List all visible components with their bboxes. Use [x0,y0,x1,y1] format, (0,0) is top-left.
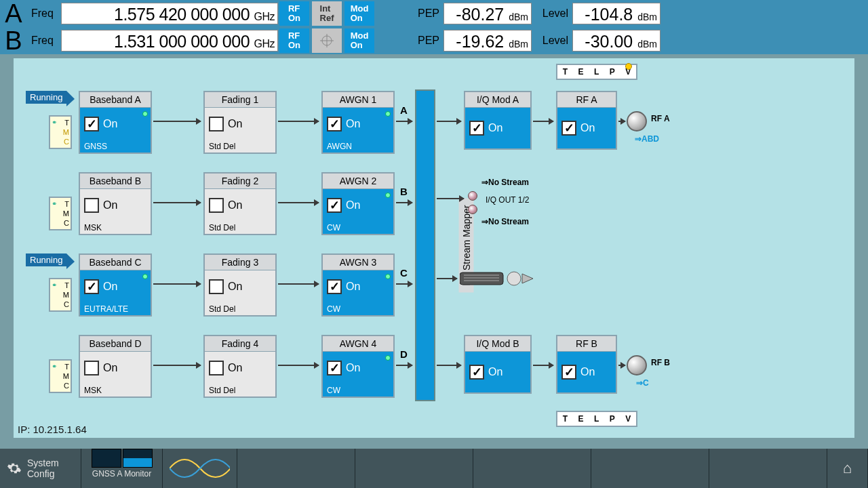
rf-b-conn-label: RF B [651,358,670,367]
awgn-1-block[interactable]: AWGN 1 On AWGN [321,91,395,154]
checkbox-icon[interactable] [84,198,99,213]
mod-a-toggle[interactable]: Mod On [344,1,374,26]
rf-a-connector-icon [627,111,647,131]
iq-out-label: I/Q OUT 1/2 [486,195,529,205]
ref-toggle[interactable]: Int Ref [312,1,342,26]
baseband-d-block[interactable]: Baseband D On MSK [79,335,152,398]
sidebadge-d[interactable]: ⚭ T M C [49,359,72,393]
checkbox-icon[interactable] [327,279,342,294]
sidebadge-b[interactable]: ⚭ T M C [49,197,72,230]
ip-address: IP: 10.215.1.64 [18,424,87,435]
level-b-value[interactable]: -30.00 dBm [572,30,660,52]
rf-b-toggle[interactable]: RF On [279,28,309,53]
svg-marker-8 [522,274,533,283]
freq-a-value[interactable]: 1.575 420 000 000 GHz [61,3,278,24]
pep-a-value[interactable]: -80.27 dBm [443,3,532,24]
fading-3-block[interactable]: Fading 3 On Std Del [203,253,277,317]
arrow-icon [153,365,201,366]
iqmod-b-block[interactable]: I/Q Mod B On [464,335,532,394]
home-button[interactable]: ⌂ [827,449,868,488]
no-stream-top: ⇒No Stream [481,178,529,187]
bnc-icon [468,205,477,214]
awgn-2-block[interactable]: AWGN 2 On CW [321,172,395,235]
checkbox-icon[interactable] [209,361,224,375]
system-config-button[interactable]: System Config [0,449,81,488]
freq-b-value[interactable]: 1.531 000 000 000 GHz [61,30,278,52]
sidebadge-c[interactable]: ⚭ T M C [49,278,72,312]
awgn-3-block[interactable]: AWGN 3 On CW [321,253,395,317]
mod-b-toggle[interactable]: Mod On [344,28,374,53]
active-dot-icon [385,192,391,198]
fading-4-block[interactable]: Fading 4 On Std Del [203,335,277,398]
ref-b-placeholder [312,28,342,53]
arrow-icon [437,121,461,122]
stream-letter-b: B [400,186,408,197]
arrow-icon [278,283,319,285]
checkbox-icon[interactable] [469,365,484,380]
arrow-icon [437,365,461,366]
level-a-value[interactable]: -104.8 dBm [572,3,660,24]
stream-letter-d: D [400,348,408,360]
checkbox-icon[interactable] [561,121,576,136]
rf-b-block[interactable]: RF B On [556,335,617,394]
header-row-a: A Freq 1.575 420 000 000 GHz RF On Int R… [0,0,868,27]
pep-a-label: PEP [403,7,443,20]
rf-a-toggle[interactable]: RF On [279,1,309,26]
svg-point-7 [507,272,521,285]
arrow-icon [153,202,201,203]
link-icon: ⚭ [52,199,57,209]
awgn-4-block[interactable]: AWGN 4 On CW [321,335,395,398]
telpv-indicator-bottom[interactable]: T E L P V [556,411,637,427]
arrow-icon [533,365,553,366]
checkbox-icon[interactable] [327,198,342,213]
link-icon: ⚭ [52,362,57,371]
checkbox-icon[interactable] [84,279,99,294]
freq-b-label: Freq [27,35,61,47]
checkbox-icon[interactable] [209,117,224,131]
baseband-b-block[interactable]: Baseband B On MSK [79,172,152,235]
channel-b-letter: B [0,26,27,56]
iqmod-a-block[interactable]: I/Q Mod A On [464,91,532,150]
led-icon [625,63,632,70]
arrow-icon [396,283,412,285]
checkbox-icon[interactable] [209,279,224,294]
rf-a-block[interactable]: RF A On [556,91,617,150]
footer-pad [709,449,827,488]
checkbox-icon[interactable] [84,117,99,131]
pep-b-label: PEP [403,35,443,47]
arrow-icon [618,121,625,122]
baseband-a-block[interactable]: Baseband A On GNSS [79,91,152,154]
arrow-icon [278,202,319,203]
pep-b-value[interactable]: -19.62 dBm [443,30,532,52]
active-dot-icon [142,274,148,279]
footer-pad [355,449,473,488]
checkbox-icon[interactable] [327,117,342,131]
sidebadge-a[interactable]: ⚭ T M C [49,115,72,149]
arrow-icon [278,121,319,122]
checkbox-icon[interactable] [469,121,484,136]
fading-1-block[interactable]: Fading 1 On Std Del [203,91,277,154]
bnc-icon [468,191,477,201]
checkbox-icon[interactable] [209,198,224,213]
running-badge-c: Running [26,253,66,266]
link-icon: ⚭ [52,118,57,127]
baseband-c-block[interactable]: Baseband C On EUTRA/LTE [79,253,152,317]
footer-pad [237,449,355,488]
home-icon: ⌂ [843,460,852,477]
sine-wave-icon [170,455,230,482]
iq-stream-mapper[interactable]: I/Q Stream Mapper [415,89,435,401]
checkbox-icon[interactable] [327,361,342,375]
telpv-indicator-top[interactable]: T E L P V [556,64,637,80]
arrow-icon [533,121,553,122]
checkbox-icon[interactable] [561,365,576,380]
fading-2-block[interactable]: Fading 2 On Std Del [203,172,277,235]
arrow-icon [396,365,412,366]
checkbox-icon[interactable] [84,361,99,375]
graphics-button[interactable] [163,449,237,488]
stream-letter-a: A [400,104,408,116]
arrow-icon [396,121,412,122]
monitor-thumb-icon [92,449,121,468]
header-bar: A Freq 1.575 420 000 000 GHz RF On Int R… [0,0,868,54]
gnss-monitor-button[interactable]: GNSS A Monitor [81,449,163,488]
svg-rect-3 [460,272,503,285]
